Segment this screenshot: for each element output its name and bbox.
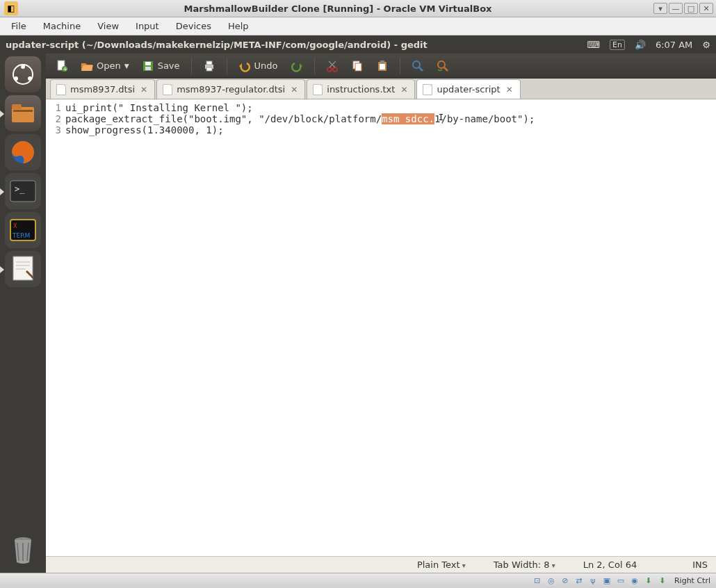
launcher-trash[interactable] xyxy=(5,532,41,569)
file-icon xyxy=(313,84,323,95)
vm-menu-devices[interactable]: Devices xyxy=(174,19,213,33)
gear-icon[interactable]: ⚙ xyxy=(702,40,710,50)
svg-text:X: X xyxy=(13,223,17,229)
vm-record-icon[interactable]: ◉ xyxy=(630,576,640,586)
volume-icon[interactable]: 🔊 xyxy=(635,40,646,50)
print-button[interactable] xyxy=(199,56,220,76)
launcher-firefox[interactable] xyxy=(5,134,41,170)
vm-close-button[interactable]: ✕ xyxy=(699,3,713,14)
lang-indicator[interactable]: En xyxy=(610,40,625,50)
vm-hd-icon[interactable]: ⊡ xyxy=(532,576,542,586)
svg-point-3 xyxy=(28,76,32,81)
vm-menu-file[interactable]: File xyxy=(10,19,28,33)
tab-label: updater-script xyxy=(437,84,500,95)
tab-instructions[interactable]: instructions.txt ✕ xyxy=(307,79,415,99)
line-number: 2 xyxy=(46,113,65,124)
svg-point-28 xyxy=(333,67,337,72)
svg-point-2 xyxy=(14,76,18,81)
vm-display-icon[interactable]: ▭ xyxy=(616,576,626,586)
tab-msm8937-regulator[interactable]: msm8937-regulator.dtsi ✕ xyxy=(156,79,305,99)
undo-label: Undo xyxy=(254,60,278,71)
vm-minimize-button[interactable]: ▾ xyxy=(653,3,667,14)
launcher-text-editor[interactable] xyxy=(5,251,41,287)
undo-button[interactable]: Undo xyxy=(234,56,282,76)
tabwidth-selector[interactable]: Tab Width: 8 xyxy=(494,560,555,570)
launcher-files[interactable] xyxy=(5,95,41,131)
vm-menu-view[interactable]: View xyxy=(96,19,120,33)
launcher-dash[interactable] xyxy=(5,56,41,92)
svg-rect-23 xyxy=(145,67,151,70)
svg-line-37 xyxy=(444,67,448,71)
svg-text:>_: >_ xyxy=(15,184,25,194)
svg-point-34 xyxy=(413,61,420,68)
file-icon xyxy=(163,84,172,95)
editor-area[interactable]: 1ui_print(" Installing Kernel "); 2packa… xyxy=(46,99,716,556)
vm-usb-icon[interactable]: ψ xyxy=(588,576,598,586)
vm-key-icon[interactable]: ⬇ xyxy=(658,576,667,586)
svg-rect-4 xyxy=(12,107,34,122)
vm-shared-icon[interactable]: ▣ xyxy=(602,576,612,586)
tab-close-icon[interactable]: ✕ xyxy=(399,85,409,95)
vm-menubar: File Machine View Input Devices Help xyxy=(0,17,716,35)
tab-label: instructions.txt xyxy=(327,84,395,95)
vm-menu-machine[interactable]: Machine xyxy=(42,19,82,33)
vm-cd-icon[interactable]: ◎ xyxy=(546,576,556,586)
open-dropdown-icon[interactable]: ▼ xyxy=(124,63,129,70)
svg-rect-26 xyxy=(206,67,212,71)
selection: msm_sdcc. xyxy=(382,113,434,124)
open-button[interactable]: Open ▼ xyxy=(76,56,133,76)
svg-rect-25 xyxy=(206,61,212,65)
vm-titlebar: ◧ MarshmallowBuilder Clone [Running] - O… xyxy=(0,0,716,17)
svg-point-27 xyxy=(327,67,332,72)
language-selector[interactable]: Plain Text xyxy=(417,560,466,570)
svg-point-1 xyxy=(21,65,25,69)
find-button[interactable] xyxy=(407,56,428,76)
vm-statusbar: ⊡ ◎ ⊘ ⇄ ψ ▣ ▭ ◉ ⬇ ⬇ Right Ctrl xyxy=(0,573,716,588)
launcher-xterm[interactable]: XTERM xyxy=(5,212,41,248)
vm-menu-input[interactable]: Input xyxy=(134,19,161,33)
svg-rect-30 xyxy=(355,63,361,71)
vm-window-title: MarshmallowBuilder Clone [Running] - Ora… xyxy=(22,3,653,14)
vm-net-icon[interactable]: ⇄ xyxy=(574,576,584,586)
gedit-statusbar: Plain Text Tab Width: 8 Ln 2, Col 64 INS xyxy=(46,556,716,573)
tab-label: msm8937-regulator.dtsi xyxy=(177,84,285,95)
gedit-window: + Open ▼ Save Undo xyxy=(46,54,716,573)
clock[interactable]: 6:07 AM xyxy=(656,40,692,50)
file-icon xyxy=(56,84,66,95)
insert-mode: INS xyxy=(692,560,708,570)
save-button[interactable]: Save xyxy=(138,56,184,76)
new-file-button[interactable]: + xyxy=(51,56,72,76)
tab-msm8937-dtsi[interactable]: msm8937.dtsi ✕ xyxy=(50,79,155,99)
tab-close-icon[interactable]: ✕ xyxy=(139,85,149,95)
tab-close-icon[interactable]: ✕ xyxy=(289,85,299,95)
copy-button[interactable] xyxy=(347,56,368,76)
vm-maximize-button[interactable]: □ xyxy=(684,3,698,14)
paste-button[interactable] xyxy=(372,56,393,76)
vm-menu-help[interactable]: Help xyxy=(227,19,250,33)
svg-text:+: + xyxy=(63,66,68,72)
tab-close-icon[interactable]: ✕ xyxy=(505,85,514,95)
find-replace-button[interactable] xyxy=(432,56,453,76)
vm-audio-icon[interactable]: ⊘ xyxy=(560,576,570,586)
vm-restore-button[interactable]: — xyxy=(669,3,683,14)
keyboard-icon[interactable]: ⌨ xyxy=(587,40,600,50)
ubuntu-topbar: updater-script (~/Downloads/makekernelzi… xyxy=(0,35,716,54)
tab-updater-script[interactable]: updater-script ✕ xyxy=(416,79,520,99)
gedit-window-title: updater-script (~/Downloads/makekernelzi… xyxy=(6,40,587,50)
svg-rect-32 xyxy=(380,60,384,63)
svg-text:TERM: TERM xyxy=(12,232,30,239)
svg-rect-13 xyxy=(13,256,33,280)
save-label: Save xyxy=(158,60,180,71)
vm-mouse-icon[interactable]: ⬇ xyxy=(644,576,653,586)
launcher-terminal[interactable]: >_ xyxy=(5,173,41,209)
redo-button[interactable] xyxy=(286,56,307,76)
svg-rect-5 xyxy=(12,104,22,109)
line-number: 3 xyxy=(46,124,65,136)
line-number: 1 xyxy=(46,102,65,113)
svg-rect-33 xyxy=(380,64,385,70)
unity-launcher: >_ XTERM xyxy=(0,54,46,573)
vm-host-key: Right Ctrl xyxy=(674,576,710,585)
cut-button[interactable] xyxy=(322,56,343,76)
code-line-3: show_progress(1.340000, 1); xyxy=(65,124,224,136)
svg-point-36 xyxy=(438,61,445,68)
